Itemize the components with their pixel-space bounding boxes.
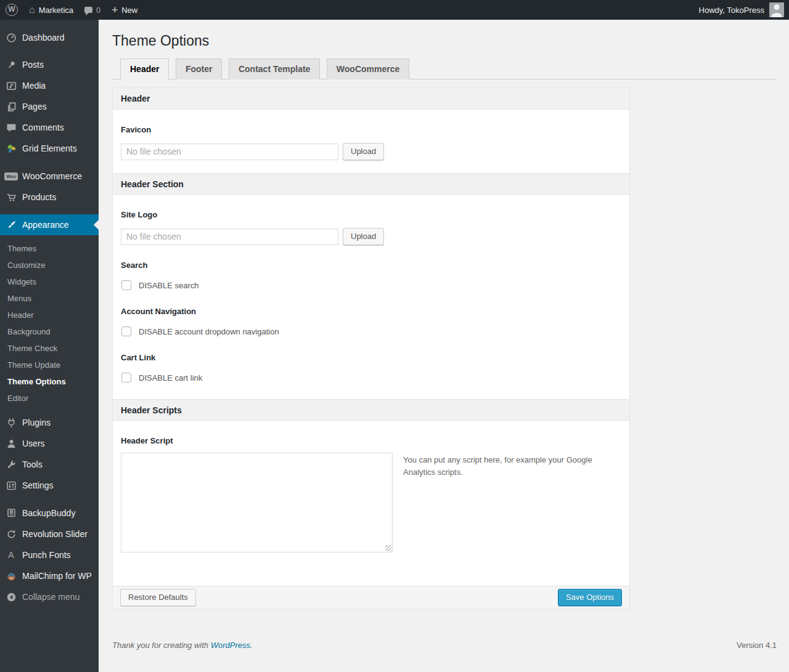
sidebar-item-woocommerce[interactable]: Woo WooCommerce <box>0 166 99 187</box>
woocommerce-badge-icon: Woo <box>5 172 17 180</box>
sidebar-item-comments[interactable]: Comments <box>0 117 99 138</box>
header-script-row: You can put any script here, for example… <box>121 453 621 586</box>
sidebar-item-label: Tools <box>22 459 43 469</box>
plug-icon <box>5 418 17 428</box>
submenu-item-theme-update[interactable]: Theme Update <box>0 357 99 373</box>
admin-sidebar: Dashboard Posts Media Pages Comments Gri… <box>0 20 99 672</box>
pushpin-icon <box>5 60 17 70</box>
page-title: Theme Options <box>112 20 777 50</box>
submenu-item-background[interactable]: Background <box>0 323 99 340</box>
sidebar-item-products[interactable]: Products <box>0 187 99 208</box>
comment-count: 0 <box>96 6 100 15</box>
plus-icon: + <box>112 4 118 15</box>
pages-icon <box>5 102 17 112</box>
admin-bar-right: Howdy, TokoPress <box>699 0 789 20</box>
site-logo-file-input[interactable] <box>121 229 338 245</box>
version-text: Version 4.1 <box>737 641 777 650</box>
section-title-header-scripts: Header Scripts <box>113 399 629 421</box>
site-logo-upload-button[interactable]: Upload <box>343 228 384 245</box>
dashboard-gauge-icon <box>5 33 17 43</box>
admin-bar-left: W ⌂ Marketica 0 + New <box>0 0 143 20</box>
sidebar-item-tools[interactable]: Tools <box>0 454 99 475</box>
account-navigation-label: Account Navigation <box>121 307 621 316</box>
howdy-account-link[interactable]: Howdy, TokoPress <box>699 6 764 15</box>
cart-link-check-row: DISABLE cart link <box>121 373 621 383</box>
wordpress-link[interactable]: WordPress <box>211 641 250 650</box>
disable-cart-link-checkbox[interactable] <box>121 373 131 383</box>
site-logo-file-row: Upload <box>121 228 621 245</box>
sidebar-item-media[interactable]: Media <box>0 75 99 96</box>
save-options-button[interactable]: Save Options <box>558 589 622 606</box>
favicon-upload-button[interactable]: Upload <box>343 143 384 160</box>
new-content-menu[interactable]: + New <box>106 0 143 20</box>
header-script-hint: You can put any script here, for example… <box>403 453 594 479</box>
site-link[interactable]: ⌂ Marketica <box>23 0 79 20</box>
avatar[interactable] <box>769 2 784 17</box>
submenu-item-header[interactable]: Header <box>0 307 99 323</box>
sidebar-item-grid-elements[interactable]: Grid Elements <box>0 138 99 159</box>
sidebar-item-mailchimp[interactable]: MailChimp for WP <box>0 565 99 586</box>
disable-cart-link-checkbox-label[interactable]: DISABLE cart link <box>139 373 202 383</box>
sidebar-item-backupbuddy[interactable]: BackupBuddy <box>0 503 99 524</box>
sidebar-item-label: Plugins <box>22 418 51 427</box>
footer-thanks-prefix: Thank you for creating with <box>112 641 211 650</box>
panel-footer: Restore Defaults Save Options <box>113 586 629 609</box>
sidebar-item-label: Collapse menu <box>22 592 80 602</box>
sidebar-item-revolution-slider[interactable]: Revolution Slider <box>0 524 99 544</box>
avatar-body-shape <box>772 13 782 17</box>
section-title-header-section: Header Section <box>113 173 629 195</box>
submenu-item-theme-check[interactable]: Theme Check <box>0 340 99 357</box>
header-script-textarea-wrap <box>121 453 393 553</box>
footer-thanks-suffix: . <box>250 641 253 650</box>
comments-counter[interactable]: 0 <box>79 0 106 20</box>
disable-search-checkbox[interactable] <box>121 280 131 290</box>
sidebar-item-appearance[interactable]: Appearance <box>0 214 99 235</box>
panel-body-header: Favicon Upload <box>113 125 629 160</box>
disable-search-checkbox-label[interactable]: DISABLE search <box>139 281 199 290</box>
sidebar-item-label: BackupBuddy <box>22 508 75 518</box>
sidebar-item-pages[interactable]: Pages <box>0 96 99 117</box>
paintbrush-icon <box>5 220 17 230</box>
submenu-item-editor[interactable]: Editor <box>0 390 99 407</box>
sidebar-item-label: Pages <box>22 102 47 111</box>
new-label: New <box>121 6 137 15</box>
appearance-submenu: Themes Customize Widgets Menus Header Ba… <box>0 235 99 412</box>
sidebar-item-label: Comments <box>22 123 64 132</box>
sidebar-item-label: Products <box>22 192 56 202</box>
sidebar-item-label: Media <box>22 81 46 91</box>
header-script-textarea[interactable] <box>121 453 393 553</box>
sidebar-item-plugins[interactable]: Plugins <box>0 412 99 433</box>
comment-bubble-icon <box>5 123 17 133</box>
submenu-item-themes[interactable]: Themes <box>0 240 99 257</box>
tab-bar: Header Footer Contact Template WooCommer… <box>112 59 777 79</box>
submenu-item-menus[interactable]: Menus <box>0 290 99 307</box>
submenu-item-theme-options[interactable]: Theme Options <box>0 373 99 390</box>
submenu-item-customize[interactable]: Customize <box>0 257 99 273</box>
media-icon <box>5 81 17 91</box>
sidebar-item-punch-fonts[interactable]: A Punch Fonts <box>0 544 99 565</box>
collapse-menu-button[interactable]: Collapse menu <box>0 586 99 607</box>
sidebar-item-label: Appearance <box>22 220 69 230</box>
sidebar-item-label: Users <box>22 439 45 448</box>
sidebar-item-label: Punch Fonts <box>22 550 71 560</box>
site-logo-label: Site Logo <box>121 210 621 219</box>
sidebar-item-posts[interactable]: Posts <box>0 54 99 75</box>
user-icon <box>5 439 17 449</box>
tab-woocommerce[interactable]: WooCommerce <box>327 59 409 79</box>
favicon-file-input[interactable] <box>121 144 338 160</box>
tab-contact-template[interactable]: Contact Template <box>229 59 320 79</box>
wordpress-menu[interactable]: W <box>0 0 23 20</box>
sidebar-item-label: MailChimp for WP <box>22 571 92 581</box>
home-icon: ⌂ <box>29 5 35 15</box>
tab-footer[interactable]: Footer <box>176 59 223 79</box>
sidebar-item-dashboard[interactable]: Dashboard <box>0 27 99 48</box>
restore-defaults-button[interactable]: Restore Defaults <box>120 589 196 606</box>
disable-account-nav-checkbox-label[interactable]: DISABLE account dropdown navigation <box>139 327 279 336</box>
sidebar-item-label: Grid Elements <box>22 144 77 153</box>
sidebar-item-users[interactable]: Users <box>0 433 99 454</box>
sidebar-item-settings[interactable]: Settings <box>0 475 99 496</box>
disable-account-nav-checkbox[interactable] <box>121 326 131 336</box>
tab-header[interactable]: Header <box>120 59 169 81</box>
wordpress-logo-icon: W <box>6 4 18 16</box>
submenu-item-widgets[interactable]: Widgets <box>0 273 99 290</box>
